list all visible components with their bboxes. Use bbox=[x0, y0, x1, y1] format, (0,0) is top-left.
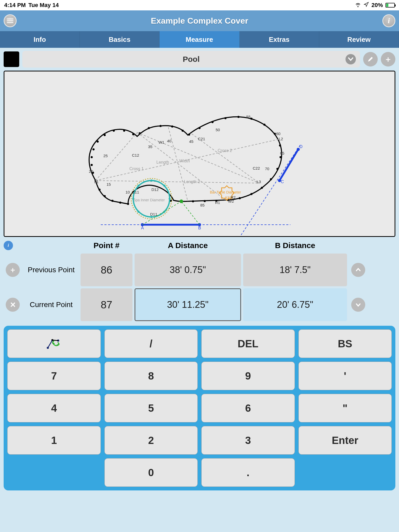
key-1[interactable]: 1 bbox=[7, 426, 101, 455]
svg-text:20: 20 bbox=[89, 169, 93, 174]
svg-text:L1: L1 bbox=[94, 179, 99, 184]
table-info-icon[interactable]: i bbox=[4, 241, 13, 250]
tab-measure[interactable]: Measure bbox=[159, 31, 239, 48]
key-2[interactable]: 2 bbox=[104, 426, 198, 455]
key-dot[interactable]: . bbox=[201, 458, 295, 487]
prev-point-num[interactable]: 86 bbox=[81, 254, 132, 286]
battery-icon bbox=[385, 3, 395, 8]
svg-text:60: 60 bbox=[276, 131, 281, 136]
object-row: Pool ＋ bbox=[0, 48, 399, 71]
svg-point-4 bbox=[92, 148, 95, 150]
prev-b-dist[interactable]: 18' 7.5" bbox=[243, 254, 347, 286]
chevron-down-icon bbox=[345, 54, 356, 64]
svg-text:D11: D11 bbox=[150, 212, 157, 216]
svg-text:Length 2: Length 2 bbox=[184, 179, 200, 184]
key-slash[interactable]: / bbox=[104, 329, 198, 358]
key-4[interactable]: 4 bbox=[7, 394, 101, 422]
svg-text:C12: C12 bbox=[132, 153, 139, 157]
svg-point-9 bbox=[132, 133, 134, 135]
delete-point-button[interactable]: ✕ bbox=[6, 298, 20, 312]
cur-b-dist[interactable]: 20' 6.75" bbox=[243, 288, 347, 321]
svg-point-23 bbox=[279, 144, 281, 147]
svg-text:45: 45 bbox=[189, 139, 194, 144]
add-point-button[interactable]: ＋ bbox=[6, 263, 20, 277]
menu-button[interactable] bbox=[4, 14, 17, 27]
measurement-canvas[interactable]: Length Width Cross 1 Cross 2 Length 2 Sp… bbox=[4, 71, 395, 237]
tab-info[interactable]: Info bbox=[0, 31, 80, 48]
key-9[interactable]: 9 bbox=[201, 362, 295, 390]
key-5[interactable]: 5 bbox=[104, 394, 198, 422]
svg-text:D: D bbox=[300, 144, 303, 149]
svg-point-57 bbox=[169, 198, 171, 200]
svg-line-46 bbox=[168, 127, 188, 201]
object-select[interactable]: Pool bbox=[22, 51, 360, 68]
svg-point-39 bbox=[104, 195, 106, 197]
object-color-swatch[interactable] bbox=[4, 51, 19, 67]
svg-text:L3: L3 bbox=[257, 179, 261, 184]
svg-line-110 bbox=[48, 340, 52, 348]
key-8[interactable]: 8 bbox=[104, 362, 198, 390]
svg-text:A: A bbox=[141, 226, 144, 230]
cur-a-dist[interactable]: 30' 11.25" bbox=[135, 288, 241, 321]
header-point: Point # bbox=[81, 240, 132, 251]
tab-basics[interactable]: Basics bbox=[80, 31, 159, 48]
svg-line-43 bbox=[96, 132, 137, 181]
svg-point-33 bbox=[192, 200, 194, 202]
page-title: Example Complex Cover bbox=[151, 16, 248, 26]
svg-text:55: 55 bbox=[246, 115, 251, 119]
svg-text:R1: R1 bbox=[215, 200, 220, 205]
key-0[interactable]: 0 bbox=[104, 458, 198, 487]
key-enter[interactable]: Enter bbox=[298, 426, 392, 455]
svg-point-19 bbox=[237, 116, 240, 118]
svg-text:W2: W2 bbox=[228, 199, 234, 203]
header-a: A Distance bbox=[135, 240, 241, 251]
tab-extras[interactable]: Extras bbox=[240, 31, 319, 48]
object-name: Pool bbox=[183, 55, 200, 64]
svg-text:Spa Inner Diameter: Spa Inner Diameter bbox=[133, 198, 165, 202]
scroll-up-button[interactable] bbox=[351, 263, 365, 277]
svg-text:L2: L2 bbox=[279, 137, 283, 141]
svg-text:C11: C11 bbox=[132, 190, 139, 194]
svg-point-55 bbox=[150, 179, 152, 182]
cur-label: Current Point bbox=[24, 301, 78, 309]
svg-line-47 bbox=[192, 134, 259, 183]
key-inches[interactable]: " bbox=[298, 394, 392, 422]
svg-point-74 bbox=[179, 200, 183, 203]
key-6[interactable]: 6 bbox=[201, 394, 295, 422]
cur-point-num[interactable]: 87 bbox=[81, 288, 132, 321]
svg-text:65: 65 bbox=[280, 151, 284, 155]
key-feet[interactable]: ' bbox=[298, 362, 392, 390]
svg-point-20 bbox=[250, 118, 252, 120]
svg-text:70: 70 bbox=[265, 167, 269, 171]
title-bar: Example Complex Cover i bbox=[0, 10, 399, 31]
svg-line-111 bbox=[52, 340, 58, 341]
key-del[interactable]: DEL bbox=[201, 329, 295, 358]
edit-button[interactable] bbox=[363, 52, 378, 66]
key-3[interactable]: 3 bbox=[201, 426, 295, 455]
location-icon bbox=[364, 2, 369, 9]
svg-text:Width: Width bbox=[179, 159, 190, 163]
info-button[interactable]: i bbox=[382, 14, 395, 27]
prev-a-dist[interactable]: 38' 0.75" bbox=[135, 254, 241, 286]
svg-point-62 bbox=[137, 185, 139, 187]
svg-line-73 bbox=[181, 201, 200, 225]
scroll-down-button[interactable] bbox=[351, 298, 365, 312]
svg-point-5 bbox=[97, 141, 99, 143]
svg-text:85: 85 bbox=[200, 203, 205, 207]
tab-review[interactable]: Review bbox=[319, 31, 399, 48]
svg-point-21 bbox=[263, 124, 265, 126]
svg-point-38 bbox=[111, 200, 114, 202]
key-flip[interactable] bbox=[7, 329, 101, 358]
svg-point-2 bbox=[91, 164, 93, 166]
status-date: Tue May 14 bbox=[28, 2, 59, 9]
svg-text:D12: D12 bbox=[151, 187, 159, 192]
svg-text:10: 10 bbox=[125, 190, 130, 194]
svg-text:R2: R2 bbox=[231, 195, 236, 200]
svg-point-18 bbox=[224, 117, 227, 119]
svg-point-60 bbox=[137, 211, 139, 213]
key-bs[interactable]: BS bbox=[298, 329, 392, 358]
svg-text:B: B bbox=[198, 226, 201, 230]
add-button[interactable]: ＋ bbox=[381, 52, 395, 66]
svg-text:Bar Table Diameter: Bar Table Diameter bbox=[210, 190, 241, 194]
key-7[interactable]: 7 bbox=[7, 362, 101, 390]
